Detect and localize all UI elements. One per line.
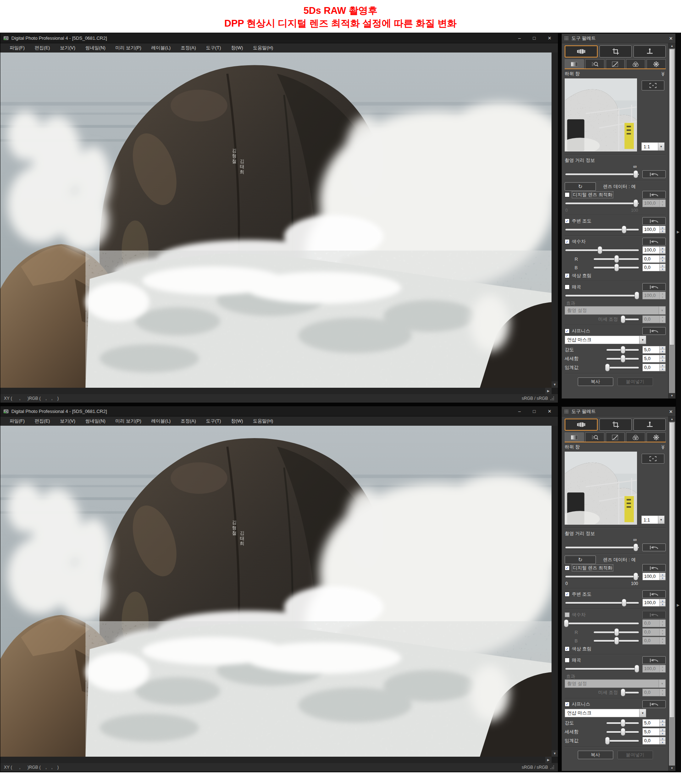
- menu-item-help[interactable]: 도움말(H): [248, 418, 278, 424]
- distortion-slider[interactable]: [565, 665, 640, 673]
- menu-item-adjust[interactable]: 조정(A): [176, 45, 201, 51]
- tab-basic-adjustment[interactable]: [565, 432, 584, 442]
- strength-value[interactable]: 5,0▲▼: [642, 346, 666, 354]
- menu-item-view[interactable]: 보기(V): [55, 418, 80, 424]
- sharpness-checkbox[interactable]: [565, 702, 570, 707]
- horizontal-scrollbar[interactable]: ▶: [0, 757, 558, 763]
- palette-scrollbar[interactable]: ▲ ▼: [668, 43, 675, 398]
- peripheral-checkbox[interactable]: [565, 219, 570, 223]
- scroll-down-icon[interactable]: ▼: [668, 765, 675, 771]
- scroll-right-button[interactable]: ▶: [545, 388, 551, 394]
- ca-reset-button[interactable]: [642, 611, 666, 619]
- distance-reset-button[interactable]: [642, 170, 666, 178]
- lens-tool-button[interactable]: [565, 419, 598, 431]
- menu-item-help[interactable]: 도움말(H): [248, 45, 278, 51]
- sharpness-checkbox[interactable]: [565, 328, 570, 333]
- chevron-double-down-icon[interactable]: ≫: [661, 445, 666, 450]
- fine-adj-value[interactable]: 0,0▲▼: [642, 315, 666, 323]
- effect-select[interactable]: 촬영 설정 ▼: [565, 679, 666, 688]
- menu-item-edit[interactable]: 편집(E): [30, 45, 55, 51]
- locate-button[interactable]: [641, 81, 664, 90]
- threshold-slider[interactable]: [606, 737, 640, 744]
- fine-adj-value[interactable]: 0,0▲▼: [642, 689, 666, 696]
- distortion-checkbox[interactable]: [565, 658, 570, 663]
- color-blur-checkbox[interactable]: [565, 273, 570, 278]
- zoom-thumbnail[interactable]: [565, 78, 637, 152]
- crop-tool-button[interactable]: [599, 45, 632, 57]
- peripheral-checkbox[interactable]: [565, 592, 570, 597]
- menu-item-thumbnail[interactable]: 썸네일(N): [80, 418, 110, 424]
- ca-value[interactable]: 0,0▲▼: [642, 619, 666, 627]
- distance-slider[interactable]: [565, 170, 640, 178]
- tab-tone-curve[interactable]: [606, 432, 625, 442]
- ca-slider[interactable]: [565, 619, 640, 627]
- sharpness-mode-select[interactable]: 언샵 마스크 ▼: [565, 336, 646, 344]
- horizontal-scrollbar[interactable]: ▶: [0, 388, 558, 394]
- strength-slider[interactable]: [606, 719, 640, 727]
- palette-close-icon[interactable]: ✕: [669, 409, 673, 414]
- scroll-down-button[interactable]: ▼: [551, 750, 558, 757]
- color-blur-checkbox[interactable]: [565, 646, 570, 651]
- effect-select[interactable]: 촬영 설정 ▼: [565, 306, 666, 315]
- threshold-value[interactable]: 0,0▲▼: [642, 737, 666, 744]
- menu-item-tools[interactable]: 도구(T): [201, 45, 226, 51]
- maximize-button[interactable]: □: [533, 409, 535, 414]
- stamp-tool-button[interactable]: [633, 45, 666, 57]
- threshold-value[interactable]: 0,0▲▼: [642, 364, 666, 371]
- tab-basic-adjustment[interactable]: [565, 59, 584, 68]
- peripheral-slider[interactable]: [565, 226, 640, 233]
- locate-button[interactable]: [641, 454, 664, 464]
- scroll-down-button[interactable]: ▼: [551, 381, 558, 388]
- menu-item-tools[interactable]: 도구(T): [201, 418, 226, 424]
- dlo-reset-button[interactable]: [642, 191, 666, 199]
- dlo-reset-button[interactable]: [642, 564, 666, 572]
- vertical-scrollbar[interactable]: ▼: [551, 426, 558, 757]
- ca-r-value[interactable]: 0,0▲▼: [642, 255, 666, 263]
- distortion-value[interactable]: 100,0▲▼: [642, 665, 666, 673]
- lens-data-refresh-button[interactable]: ↻: [565, 182, 596, 191]
- ca-b-value[interactable]: 0,0▲▼: [642, 637, 666, 645]
- paste-button[interactable]: 붙여넣기: [618, 751, 653, 759]
- palette-header[interactable]: 도구 팔레트 ✕: [562, 34, 675, 43]
- ca-r-slider[interactable]: [593, 255, 640, 263]
- peripheral-value[interactable]: 100,0▲▼: [642, 599, 666, 607]
- menu-item-view[interactable]: 보기(V): [55, 45, 80, 51]
- resize-grip[interactable]: [550, 396, 554, 401]
- ca-reset-button[interactable]: [642, 238, 666, 245]
- tab-tone-curve[interactable]: [606, 59, 625, 68]
- dlo-slider[interactable]: [565, 200, 640, 207]
- dlo-checkbox[interactable]: [565, 565, 570, 570]
- copy-button[interactable]: 복사: [578, 377, 613, 386]
- stamp-tool-button[interactable]: [633, 419, 666, 431]
- tab-color-adjustment[interactable]: [626, 432, 645, 442]
- menu-item-thumbnail[interactable]: 썸네일(N): [80, 45, 110, 51]
- tab-detail-adjustment[interactable]: [585, 59, 604, 68]
- peripheral-slider[interactable]: [565, 599, 640, 607]
- resize-grip[interactable]: [550, 765, 554, 770]
- tab-settings[interactable]: [646, 432, 666, 442]
- peripheral-value[interactable]: 100,0▲▼: [642, 226, 666, 233]
- menu-item-preview[interactable]: 미리 보기(P): [110, 418, 146, 424]
- menu-item-label[interactable]: 레이블(L): [146, 418, 176, 424]
- tab-settings[interactable]: [646, 59, 666, 68]
- dlo-slider[interactable]: [565, 573, 640, 580]
- copy-button[interactable]: 복사: [578, 751, 613, 759]
- distortion-reset-button[interactable]: [642, 656, 666, 664]
- menu-item-label[interactable]: 레이블(L): [146, 45, 176, 51]
- scroll-down-icon[interactable]: ▼: [668, 393, 675, 398]
- tab-detail-adjustment[interactable]: [585, 432, 604, 442]
- dlo-value[interactable]: 100,0▲▼: [642, 573, 666, 580]
- vertical-scrollbar[interactable]: ▼: [551, 52, 558, 388]
- peripheral-reset-button[interactable]: [642, 217, 666, 225]
- lens-data-refresh-button[interactable]: ↻: [565, 556, 596, 564]
- ca-r-value[interactable]: 0,0▲▼: [642, 628, 666, 636]
- fineness-slider[interactable]: [606, 355, 640, 363]
- fineness-value[interactable]: 5,0▲▼: [642, 355, 666, 363]
- ca-slider[interactable]: [565, 246, 640, 254]
- scroll-right-button[interactable]: ▶: [545, 757, 551, 763]
- fineness-slider[interactable]: [606, 728, 640, 736]
- minimize-button[interactable]: –: [518, 409, 521, 414]
- scroll-up-icon[interactable]: ▲: [668, 417, 675, 422]
- tab-color-adjustment[interactable]: [626, 59, 645, 68]
- minimize-button[interactable]: –: [518, 35, 521, 41]
